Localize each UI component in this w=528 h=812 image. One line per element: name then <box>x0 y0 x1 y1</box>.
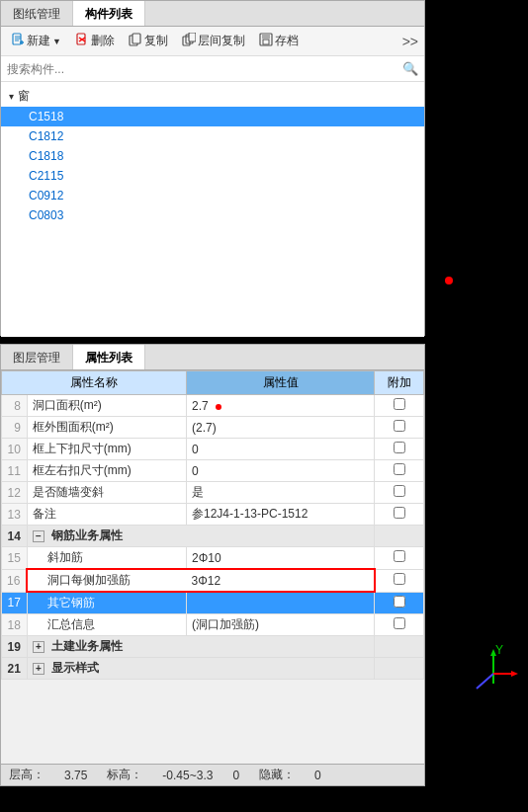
row-num: 13 <box>2 504 28 526</box>
table-row[interactable]: 9 框外围面积(m²) (2.7) <box>2 417 424 439</box>
property-table: 属性名称 属性值 附加 8 洞口面积(m²) 2.7 <box>1 370 424 680</box>
row-num: 8 <box>2 395 28 417</box>
prop-extra[interactable] <box>375 547 424 570</box>
prop-value[interactable]: 是 <box>187 482 375 504</box>
prop-name: 洞口面积(m²) <box>27 395 186 417</box>
tree-arrow-icon: ▾ <box>9 91 14 102</box>
prop-extra[interactable] <box>375 417 424 439</box>
toolbar: 新建 ▼ 删除 复制 层间复制 存档 >> <box>1 27 424 56</box>
zero-value: 0 <box>232 769 239 782</box>
prop-extra[interactable] <box>375 592 424 614</box>
layer-copy-label: 层间复制 <box>198 33 245 49</box>
table-row-section[interactable]: 21 + 显示样式 <box>2 658 424 680</box>
table-row[interactable]: 18 汇总信息 (洞口加强筋) <box>2 614 424 636</box>
prop-checkbox[interactable] <box>394 617 405 629</box>
tree-item-3[interactable]: C2115 <box>1 166 424 186</box>
delete-button[interactable]: 删除 <box>71 31 119 51</box>
elevation-label: 标高： <box>107 767 142 783</box>
tab-component-list[interactable]: 构件列表 <box>73 1 145 26</box>
prop-checkbox[interactable] <box>394 507 405 519</box>
delete-icon <box>75 33 89 49</box>
hide-label: 隐藏： <box>259 767 295 783</box>
row-num: 19 <box>2 636 28 658</box>
tree-item-4[interactable]: C0912 <box>1 186 424 205</box>
row-num: 12 <box>2 482 28 504</box>
prop-checkbox[interactable] <box>394 596 405 608</box>
prop-checkbox[interactable] <box>394 398 405 410</box>
prop-value[interactable]: (洞口加强筋) <box>187 614 375 636</box>
search-icon: 🔍 <box>402 61 418 76</box>
prop-extra[interactable] <box>375 569 424 592</box>
table-row-highlighted[interactable]: 17 其它钢筋 <box>2 592 424 614</box>
save-icon <box>259 33 273 49</box>
right-canvas-area: Y <box>425 0 528 812</box>
prop-checkbox[interactable] <box>394 442 405 453</box>
search-input[interactable] <box>7 62 402 76</box>
new-label: 新建 <box>27 33 50 49</box>
prop-name: 备注 <box>27 504 186 526</box>
table-row[interactable]: 10 框上下扣尺寸(mm) 0 <box>2 439 424 460</box>
tree-item-5[interactable]: C0803 <box>1 205 424 225</box>
row-num: 14 <box>2 526 28 547</box>
row-num: 16 <box>2 569 28 592</box>
prop-value[interactable]: 2.7 <box>187 395 375 417</box>
prop-name: 框左右扣尺寸(mm) <box>27 460 186 482</box>
prop-extra[interactable] <box>375 504 424 526</box>
save-button[interactable]: 存档 <box>255 31 303 51</box>
tab-layer-management[interactable]: 图层管理 <box>1 345 73 369</box>
header-value: 属性值 <box>187 371 375 395</box>
prop-value[interactable]: 0 <box>187 439 375 460</box>
elevation-value: -0.45~3.3 <box>162 769 213 782</box>
tree-item-1[interactable]: C1812 <box>1 126 424 146</box>
tree-group-window[interactable]: ▾ 窗 <box>1 86 424 107</box>
prop-extra[interactable] <box>375 439 424 460</box>
svg-rect-16 <box>263 40 269 44</box>
prop-name: 斜加筋 <box>27 547 186 570</box>
table-row[interactable]: 15 斜加筋 2Φ10 <box>2 547 424 570</box>
section-name: + 显示样式 <box>27 658 374 680</box>
tab-drawing-management[interactable]: 图纸管理 <box>1 1 73 26</box>
prop-checkbox[interactable] <box>394 573 405 585</box>
section-expand-icon[interactable]: + <box>33 663 44 675</box>
layer-copy-button[interactable]: 层间复制 <box>178 31 249 51</box>
delete-label: 删除 <box>91 33 115 49</box>
section-expand-icon[interactable]: + <box>33 641 44 653</box>
svg-rect-15 <box>262 34 270 39</box>
prop-extra[interactable] <box>375 614 424 636</box>
prop-value[interactable] <box>187 592 375 614</box>
table-row[interactable]: 11 框左右扣尺寸(mm) 0 <box>2 460 424 482</box>
prop-extra[interactable] <box>375 460 424 482</box>
row-num: 11 <box>2 460 28 482</box>
tab-property-list[interactable]: 属性列表 <box>73 345 145 369</box>
prop-value[interactable]: 3Φ12 <box>187 569 375 592</box>
table-row-section[interactable]: 14 − 钢筋业务属性 <box>2 526 424 547</box>
copy-icon <box>129 33 142 49</box>
prop-checkbox[interactable] <box>394 463 405 475</box>
prop-value[interactable]: 参12J4-1-13-PC-1512 <box>187 504 375 526</box>
header-name: 属性名称 <box>2 371 187 395</box>
prop-checkbox[interactable] <box>394 420 405 432</box>
copy-button[interactable]: 复制 <box>125 31 172 51</box>
prop-value[interactable]: 2Φ10 <box>187 547 375 570</box>
prop-value[interactable]: 0 <box>187 460 375 482</box>
prop-value[interactable]: (2.7) <box>187 417 375 439</box>
table-row[interactable]: 13 备注 参12J4-1-13-PC-1512 <box>2 504 424 526</box>
row-num: 17 <box>2 592 28 614</box>
prop-extra[interactable] <box>375 395 424 417</box>
prop-checkbox[interactable] <box>394 485 405 497</box>
table-row-circled[interactable]: 16 洞口每侧加强筋 3Φ12 <box>2 569 424 592</box>
new-button[interactable]: 新建 ▼ <box>7 31 65 51</box>
svg-text:Y: Y <box>495 644 503 657</box>
prop-name: 框外围面积(m²) <box>27 417 186 439</box>
prop-name: 框上下扣尺寸(mm) <box>27 439 186 460</box>
prop-checkbox[interactable] <box>394 550 405 562</box>
axis-indicator: Y <box>469 644 518 693</box>
tree-item-2[interactable]: C1818 <box>1 146 424 166</box>
toolbar-more[interactable]: >> <box>402 34 418 49</box>
table-row[interactable]: 8 洞口面积(m²) 2.7 <box>2 395 424 417</box>
section-expand-icon[interactable]: − <box>33 530 44 542</box>
table-row-section[interactable]: 19 + 土建业务属性 <box>2 636 424 658</box>
table-row[interactable]: 12 是否随墙变斜 是 <box>2 482 424 504</box>
prop-extra[interactable] <box>375 482 424 504</box>
tree-item-0[interactable]: C1518 <box>1 107 424 126</box>
